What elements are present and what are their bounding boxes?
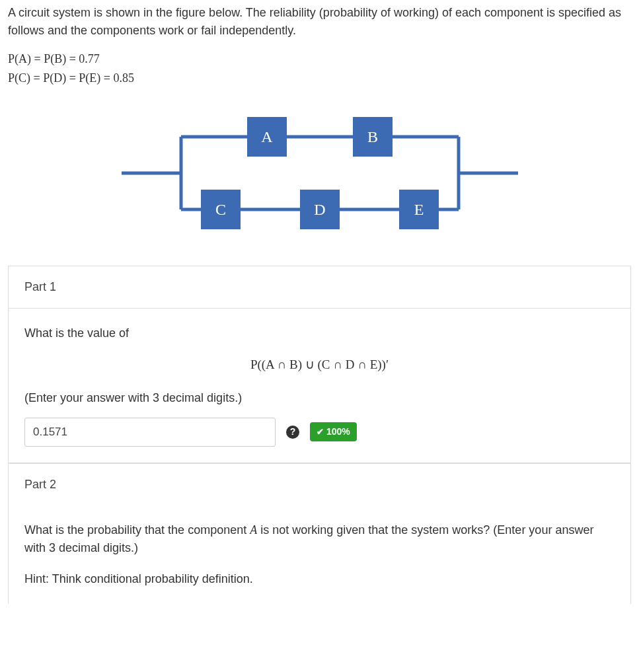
part-1-prompt: What is the value of <box>24 324 615 342</box>
part-1-expression: P((A ∩ B) ∪ (C ∩ D ∩ E))′ <box>24 355 615 375</box>
node-b-label: B <box>367 128 377 145</box>
equation-1: P(A) = P(B) = 0.77 <box>8 50 631 68</box>
part-1-instruction: (Enter your answer with 3 decimal digits… <box>24 389 615 407</box>
part-2-title: Part 2 <box>8 463 631 505</box>
node-a-label: A <box>261 128 273 145</box>
part-2-body: What is the probability that the compone… <box>8 505 631 604</box>
part-2-prompt: What is the probability that the compone… <box>24 521 615 557</box>
score-badge: 100% <box>310 422 357 441</box>
part-2-hint: Hint: Think conditional probability defi… <box>24 570 615 588</box>
part-1-title: Part 1 <box>9 266 630 309</box>
circuit-diagram: A B C D E <box>8 107 631 239</box>
problem-intro: A circuit system is shown in the figure … <box>8 4 631 40</box>
help-icon[interactable]: ? <box>286 426 299 439</box>
node-c-label: C <box>215 201 225 218</box>
node-e-label: E <box>414 201 424 218</box>
equation-2: P(C) = P(D) = P(E) = 0.85 <box>8 69 631 87</box>
given-equations: P(A) = P(B) = 0.77 P(C) = P(D) = P(E) = … <box>8 50 631 87</box>
part-1-answer-input[interactable] <box>24 418 276 447</box>
part-1-container: Part 1 What is the value of P((A ∩ B) ∪ … <box>8 266 631 463</box>
node-d-label: D <box>314 201 325 218</box>
